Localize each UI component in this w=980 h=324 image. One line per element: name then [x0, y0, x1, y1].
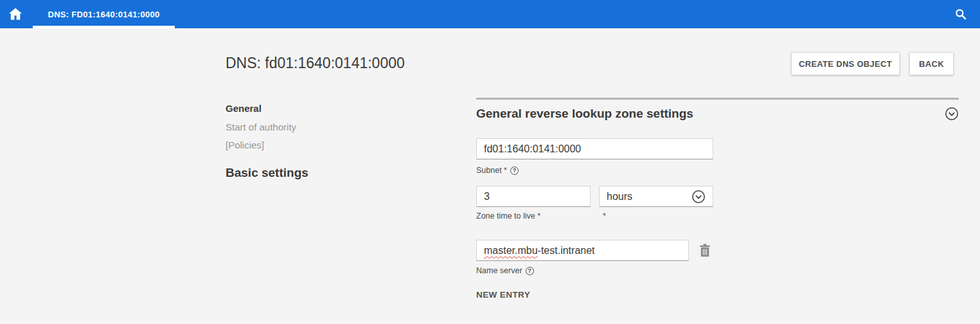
create-dns-object-button[interactable]: CREATE DNS OBJECT [791, 52, 900, 75]
section-collapse-button[interactable] [945, 107, 959, 121]
back-button[interactable]: BACK [909, 52, 954, 75]
page-title: DNS: fd01:1640:0141:0000 [226, 55, 405, 72]
search-button[interactable] [947, 0, 975, 28]
ttl-unit-value: hours [607, 191, 691, 203]
sidebar-item-start-of-authority[interactable]: Start of authority [226, 122, 296, 132]
ttl-unit-label: * [603, 212, 606, 221]
sidebar-item-policies[interactable]: [Policies] [226, 140, 264, 150]
tab-dns-object[interactable]: DNS: FD01:1640:0141:0000 [33, 0, 175, 28]
name-server-value-spellchecked: master.mbu [484, 245, 538, 256]
subnet-label: Subnet * ? [476, 166, 519, 175]
nav-section-heading: Basic settings [226, 166, 308, 180]
section-title: General reverse lookup zone settings [476, 107, 693, 121]
tab-label: DNS: FD01:1640:0141:0000 [48, 10, 159, 19]
delete-name-server-button[interactable] [699, 244, 711, 258]
help-icon[interactable]: ? [510, 166, 519, 175]
name-server-label: Name server ? [476, 266, 534, 275]
top-navigation-bar: DNS: FD01:1640:0141:0000 [0, 0, 980, 28]
sidebar-item-general[interactable]: General [226, 103, 262, 114]
ttl-unit-select[interactable]: hours [599, 186, 713, 207]
search-icon [954, 8, 967, 21]
section-divider [476, 98, 959, 100]
home-button[interactable] [0, 0, 31, 28]
active-tab-underline [33, 26, 175, 28]
help-icon[interactable]: ? [526, 267, 534, 275]
new-entry-button[interactable]: NEW ENTRY [476, 290, 530, 300]
chevron-down-circle-icon [691, 190, 706, 204]
zone-ttl-label: Zone time to live * [476, 212, 540, 221]
dns-zone-edit-page: DNS: FD01:1640:0141:0000 DNS: fd01:1640:… [0, 0, 980, 324]
trash-icon [699, 244, 711, 258]
home-icon [7, 6, 24, 22]
chevron-down-circle-icon [945, 107, 959, 121]
subnet-input[interactable] [476, 138, 713, 159]
name-server-input[interactable]: master.mbu-test.intranet [476, 240, 689, 261]
zone-ttl-input[interactable] [476, 186, 591, 207]
name-server-value-rest: -test.intranet [538, 245, 595, 256]
